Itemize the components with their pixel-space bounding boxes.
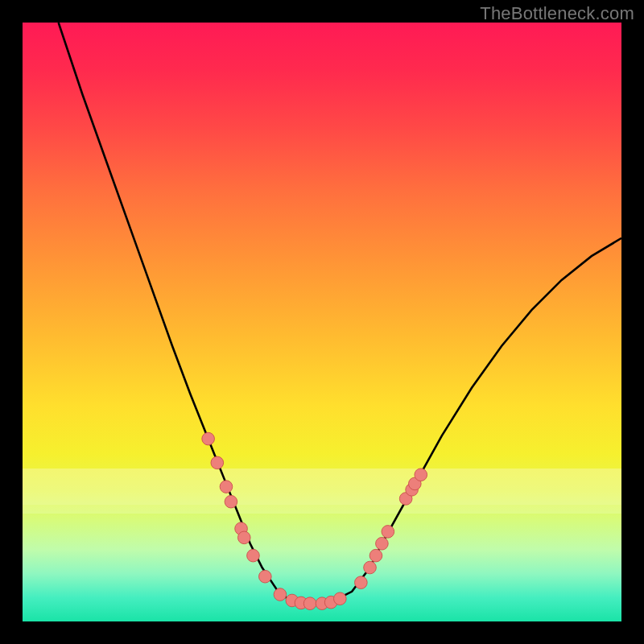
- curve-marker: [220, 481, 233, 493]
- curve-marker: [376, 537, 389, 550]
- curve-marker: [369, 549, 382, 562]
- curve-marker: [274, 588, 287, 601]
- curve-marker: [237, 531, 250, 544]
- curve-marker: [259, 570, 272, 583]
- watermark-text: TheBottleneck.com: [480, 3, 634, 24]
- curve-marker: [225, 495, 237, 508]
- curve-marker: [415, 469, 427, 481]
- curve-marker: [247, 549, 260, 562]
- chart-frame: TheBottleneck.com: [0, 0, 644, 644]
- curve-marker: [211, 456, 224, 469]
- curve-marker: [202, 432, 215, 445]
- curve-marker: [303, 597, 316, 610]
- curve-marker: [334, 592, 347, 605]
- curve-marker: [355, 576, 368, 589]
- curve-marker: [364, 561, 377, 574]
- bottleneck-curve-svg: [23, 23, 621, 621]
- bottleneck-curve-line: [59, 23, 621, 604]
- curve-marker: [382, 526, 394, 539]
- plot-area: [23, 23, 621, 621]
